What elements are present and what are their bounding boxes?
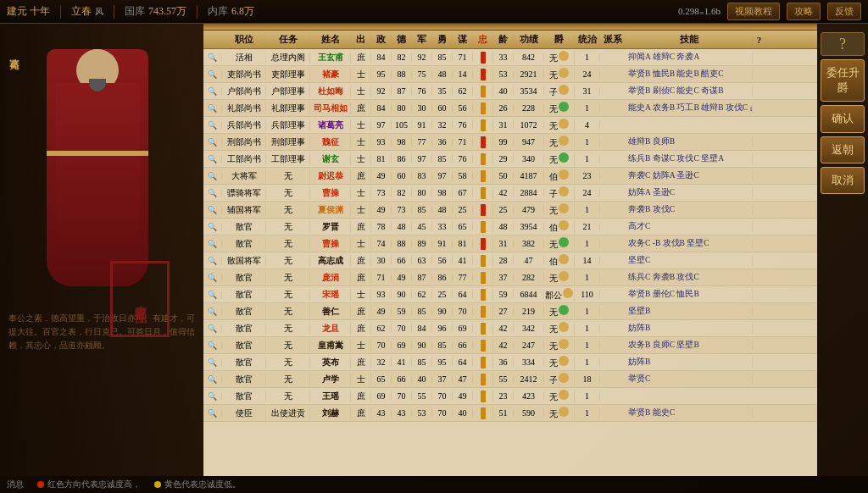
table-row[interactable]: 🔍 散官 无 宋瑶 士 93 90 62 25 64 59 6844 郡公 11… bbox=[203, 286, 817, 303]
jun-cell: 87 bbox=[412, 273, 432, 282]
video-tutorial-button[interactable]: 视频教程 bbox=[727, 3, 780, 20]
search-icon-cell[interactable]: 🔍 bbox=[203, 274, 222, 282]
table-row[interactable]: 🔍 散官 无 英布 庶 32 41 85 95 64 36 334 无 1 妨阵… bbox=[203, 354, 817, 371]
xingming-cell[interactable]: 庞涓 bbox=[310, 272, 351, 284]
table-row[interactable]: 🔍 散官 无 王瑶 庶 69 70 55 70 49 23 423 无 1 bbox=[203, 388, 817, 405]
search-icon-cell[interactable]: 🔍 bbox=[203, 324, 222, 333]
xingming-cell[interactable]: 罗晋 bbox=[310, 221, 351, 233]
search-icon-cell[interactable]: 🔍 bbox=[203, 409, 222, 418]
jue-cell: 子 bbox=[544, 373, 575, 386]
return-button[interactable]: 返朝 bbox=[821, 136, 865, 163]
jun-cell: 92 bbox=[412, 53, 432, 62]
xingming-cell[interactable]: 曹操 bbox=[310, 238, 351, 250]
table-row[interactable]: 🔍 礼部尚书 礼部理事 司马相如 庶 84 80 30 60 56 26 228… bbox=[203, 100, 817, 117]
table-row[interactable]: 🔍 散官 无 善仁 庶 49 59 85 90 70 27 219 无 1 坚壁… bbox=[203, 303, 817, 320]
search-icon-cell[interactable]: 🔍 bbox=[203, 223, 222, 231]
table-row[interactable]: 🔍 散官 无 罗晋 庶 78 48 45 33 65 48 3954 伯 21 … bbox=[203, 219, 817, 235]
renwu-cell: 刑部理事 bbox=[266, 136, 310, 148]
table-row[interactable]: 🔍 活相 总理内阁 王玄甫 庶 84 82 92 85 71 33 842 无 … bbox=[203, 49, 817, 66]
confirm-button[interactable]: 确认 bbox=[821, 105, 865, 132]
xingming-cell[interactable]: 魏征 bbox=[310, 136, 351, 148]
help-button[interactable]: ? bbox=[821, 32, 865, 56]
assign-promote-button[interactable]: 委任升爵 bbox=[821, 59, 865, 102]
jun-cell: 40 bbox=[412, 374, 432, 384]
table-row[interactable]: 🔍 散官 无 卢学 士 65 66 40 37 47 55 2412 子 18 … bbox=[203, 371, 817, 388]
lun-cell: 37 bbox=[493, 273, 514, 282]
search-icon-cell[interactable]: 🔍 bbox=[203, 307, 222, 316]
table-row[interactable]: 🔍 辅国将军 无 夏侯渊 士 49 73 85 48 25 25 479 无 1… bbox=[203, 202, 817, 219]
jineng-cell: 举贤B 册伦C 恤民B bbox=[626, 289, 753, 300]
search-icon-cell[interactable]: 🔍 bbox=[203, 206, 222, 214]
feedback-button[interactable]: 反馈 bbox=[827, 3, 861, 20]
xingming-cell[interactable]: 刘赫 bbox=[310, 407, 351, 419]
table-row[interactable]: 🔍 大将军 无 尉迟恭 庶 49 60 83 97 58 50 4187 伯 2… bbox=[203, 168, 817, 185]
inner-treasury: 内库 6.8万 bbox=[208, 4, 254, 19]
xingming-cell[interactable]: 曹操 bbox=[310, 187, 351, 199]
right-panel: ? 委任升爵 确认 返朝 取消 bbox=[817, 24, 868, 493]
xingming-cell[interactable]: 尉迟恭 bbox=[310, 170, 351, 182]
guide-button[interactable]: 攻略 bbox=[787, 3, 821, 20]
cancel-button[interactable]: 取消 bbox=[821, 167, 865, 194]
table-row[interactable]: 🔍 户部尚书 户部理事 杜如晦 士 92 87 76 35 62 40 3534… bbox=[203, 83, 817, 100]
table-row[interactable]: 🔍 散官 无 龙且 庶 62 70 84 96 69 42 342 无 1 妨阵… bbox=[203, 320, 817, 337]
gongxun-cell: 334 bbox=[514, 357, 544, 367]
xingming-cell[interactable]: 王瑶 bbox=[310, 391, 351, 402]
chu-cell: 庶 bbox=[351, 407, 371, 419]
table-row[interactable]: 🔍 骠骑将军 无 曹操 士 73 82 80 98 67 42 2884 子 2… bbox=[203, 185, 817, 202]
search-icon-cell[interactable]: 🔍 bbox=[203, 172, 222, 180]
search-icon-cell[interactable]: 🔍 bbox=[203, 121, 222, 130]
table-row[interactable]: 🔍 吏部尚书 吏部理事 褚豪 士 95 88 75 48 14 53 2921 … bbox=[203, 66, 817, 83]
table-row[interactable]: 🔍 工部尚书 工部理事 谢玄 士 81 86 97 85 76 29 340 无… bbox=[203, 151, 817, 168]
renwu-cell: 总理内阁 bbox=[266, 52, 310, 64]
search-icon-cell[interactable]: 🔍 bbox=[203, 70, 222, 79]
xingming-cell[interactable]: 杜如晦 bbox=[310, 86, 351, 97]
table-row[interactable]: 🔍 散官 无 曹操 士 74 88 89 91 81 31 382 无 1 农务… bbox=[203, 235, 817, 252]
table-row[interactable]: 🔍 刑部尚书 刑部理事 魏征 士 93 98 77 36 71 99 947 无… bbox=[203, 134, 817, 151]
xingming-cell[interactable]: 英布 bbox=[310, 357, 351, 368]
xingming-cell[interactable]: 褚豪 bbox=[310, 69, 351, 80]
xingming-cell[interactable]: 谢玄 bbox=[310, 153, 351, 165]
xingming-cell[interactable]: 善仁 bbox=[310, 306, 351, 318]
table-row[interactable]: 🔍 散国将军 无 高志成 庶 30 66 63 56 41 28 47 伯 14… bbox=[203, 252, 817, 269]
zheng-cell: 62 bbox=[371, 324, 392, 333]
xingming-cell[interactable]: 宋瑶 bbox=[310, 289, 351, 301]
xingming-cell[interactable]: 诸葛亮 bbox=[310, 119, 351, 131]
search-icon-cell[interactable]: 🔍 bbox=[203, 291, 222, 299]
search-icon-cell[interactable]: 🔍 bbox=[203, 189, 222, 197]
jineng-cell: 高才C bbox=[626, 221, 753, 232]
xingming-cell[interactable]: 高志成 bbox=[310, 255, 351, 267]
gongxun-cell: 228 bbox=[514, 103, 544, 113]
table-row[interactable]: 🔍 散官 无 皇甫嵩 士 70 69 90 85 66 42 247 无 1 农… bbox=[203, 337, 817, 354]
search-icon-cell[interactable]: 🔍 bbox=[203, 240, 222, 248]
de-cell: 87 bbox=[392, 86, 412, 96]
table-row[interactable]: 🔍 兵部尚书 兵部理事 诸葛亮 士 97 105 91 32 76 31 107… bbox=[203, 117, 817, 134]
search-icon-cell[interactable]: 🔍 bbox=[203, 257, 222, 265]
search-icon-cell[interactable]: 🔍 bbox=[203, 341, 222, 350]
search-icon-cell[interactable]: 🔍 bbox=[203, 53, 222, 62]
search-icon-cell[interactable]: 🔍 bbox=[203, 392, 222, 401]
zhong-bar-cell bbox=[473, 374, 493, 385]
search-icon-cell[interactable]: 🔍 bbox=[203, 155, 222, 163]
search-icon-cell[interactable]: 🔍 bbox=[203, 375, 222, 384]
th-help[interactable]: ? bbox=[753, 35, 766, 45]
jineng-cell: 练兵C 奔袭B 攻伐C bbox=[626, 272, 753, 283]
xingming-cell[interactable]: 龙且 bbox=[310, 323, 351, 335]
search-icon-cell[interactable]: 🔍 bbox=[203, 87, 222, 96]
search-icon-cell[interactable]: 🔍 bbox=[203, 104, 222, 113]
xingming-cell[interactable]: 司马相如 bbox=[310, 102, 351, 114]
zheng-cell: 49 bbox=[371, 171, 392, 180]
jineng-cell: 妨阵A 圣逊C bbox=[626, 187, 753, 198]
table-row[interactable]: 🔍 散官 无 庞涓 庶 71 49 87 86 77 37 282 无 1 练兵… bbox=[203, 269, 817, 286]
search-icon-cell[interactable]: 🔍 bbox=[203, 358, 222, 367]
chu-cell: 庶 bbox=[351, 255, 371, 267]
de-cell: 88 bbox=[392, 69, 412, 79]
xingming-cell[interactable]: 王玄甫 bbox=[310, 52, 351, 64]
xingming-cell[interactable]: 卢学 bbox=[310, 374, 351, 385]
xingming-cell[interactable]: 夏侯渊 bbox=[310, 204, 351, 216]
table-row[interactable]: 🔍 使臣 出使进贡 刘赫 庶 43 43 53 70 40 51 590 无 1… bbox=[203, 405, 817, 422]
de-cell: 69 bbox=[392, 341, 412, 350]
mo-cell: 41 bbox=[453, 256, 473, 265]
zheng-cell: 73 bbox=[371, 188, 392, 197]
xingming-cell[interactable]: 皇甫嵩 bbox=[310, 340, 351, 352]
search-icon-cell[interactable]: 🔍 bbox=[203, 138, 222, 147]
